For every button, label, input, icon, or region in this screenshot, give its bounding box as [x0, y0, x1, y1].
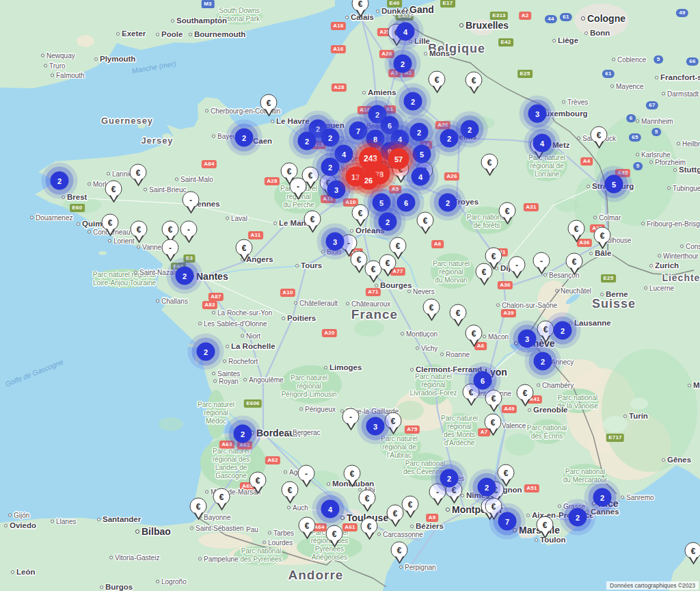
cluster-marker-blue[interactable]: 4 [533, 134, 552, 153]
cluster-marker-blue[interactable]: 4 [412, 168, 430, 186]
price-pin[interactable]: € [481, 154, 498, 171]
dash-pin[interactable]: - [342, 408, 360, 425]
cluster-marker-blue[interactable]: 2 [234, 425, 252, 443]
price-pin[interactable]: € [102, 214, 119, 231]
price-pin[interactable]: € [429, 71, 446, 88]
price-pin[interactable]: € [517, 384, 534, 402]
price-pin[interactable]: € [402, 496, 419, 513]
cluster-marker-blue[interactable]: 2 [394, 55, 412, 73]
price-pin[interactable]: € [685, 542, 700, 560]
cluster-marker-blue[interactable]: 3 [327, 181, 346, 199]
markers-layer: €€€€€€€€€€€€€€€€€€€€€€€€€€€€€€€€€€€€€€€€… [0, 0, 700, 591]
price-pin[interactable]: € [260, 94, 278, 111]
price-pin[interactable]: € [387, 505, 404, 522]
cluster-marker-blue[interactable]: 2 [379, 213, 397, 231]
dash-pin[interactable]: - [533, 252, 550, 270]
price-pin[interactable]: € [236, 239, 253, 257]
cluster-marker-blue[interactable]: 6 [474, 371, 492, 390]
cluster-marker-blue[interactable]: 2 [235, 129, 254, 147]
cluster-marker-blue[interactable]: 2 [478, 478, 496, 497]
cluster-marker-blue[interactable]: 2 [404, 92, 422, 111]
cluster-marker-blue[interactable]: 6 [397, 194, 416, 212]
price-pin[interactable]: € [485, 414, 502, 431]
map-canvas[interactable]: NewquayTruroFalmouthPlymouthExeterSoutha… [0, 0, 700, 591]
cluster-marker-red[interactable]: 57 [388, 148, 409, 170]
price-pin[interactable]: € [423, 299, 440, 316]
cluster-marker-blue[interactable]: 2 [440, 469, 459, 488]
price-pin[interactable]: € [391, 542, 408, 559]
price-pin[interactable]: € [537, 321, 554, 338]
price-pin[interactable]: € [485, 498, 502, 515]
price-pin[interactable]: € [450, 304, 467, 321]
dash-pin[interactable]: - [180, 221, 198, 238]
price-pin[interactable]: € [385, 412, 402, 430]
price-pin[interactable]: € [213, 488, 230, 505]
price-pin[interactable]: € [326, 525, 343, 542]
dash-pin[interactable]: - [509, 257, 526, 274]
cluster-marker-blue[interactable]: 5 [373, 194, 391, 212]
price-pin[interactable]: € [485, 248, 502, 265]
price-pin[interactable]: € [131, 221, 148, 238]
cluster-marker-blue[interactable]: 3 [366, 417, 385, 436]
dash-pin[interactable]: - [290, 178, 307, 195]
cluster-marker-blue[interactable]: 7 [349, 122, 368, 140]
price-pin[interactable]: € [282, 482, 299, 499]
cluster-marker-blue[interactable]: 3 [528, 105, 547, 123]
cluster-marker-blue[interactable]: 2 [534, 352, 552, 371]
price-pin[interactable]: € [162, 221, 179, 238]
price-pin[interactable]: € [390, 237, 407, 254]
price-pin[interactable]: € [485, 390, 502, 407]
cluster-marker-blue[interactable]: 2 [197, 343, 215, 361]
cluster-marker-blue[interactable]: 2 [51, 172, 69, 190]
price-pin[interactable]: € [359, 490, 376, 507]
cluster-marker-blue[interactable]: 5 [413, 145, 431, 163]
price-pin[interactable]: € [498, 464, 515, 482]
cluster-marker-red[interactable]: 26 [359, 170, 379, 190]
cluster-marker-blue[interactable]: 2 [176, 267, 194, 285]
dash-pin[interactable]: - [162, 239, 179, 257]
price-pin[interactable]: € [352, 205, 369, 222]
price-pin[interactable]: € [281, 163, 298, 180]
price-pin[interactable]: € [591, 127, 608, 144]
price-pin[interactable]: € [499, 202, 516, 220]
cluster-marker-blue[interactable]: 2 [554, 321, 572, 340]
dash-pin[interactable]: - [183, 192, 200, 209]
cluster-marker-blue[interactable]: 2 [440, 129, 459, 148]
price-pin[interactable]: € [476, 263, 493, 280]
price-pin[interactable]: € [466, 72, 483, 89]
cluster-marker-blue[interactable]: 3 [326, 233, 345, 251]
price-pin[interactable]: € [568, 220, 585, 237]
cluster-marker-blue[interactable]: 2 [298, 132, 317, 150]
price-pin[interactable]: € [361, 518, 378, 535]
cluster-marker-blue[interactable]: 2 [410, 123, 429, 142]
cluster-marker-blue[interactable]: 4 [396, 23, 415, 41]
price-pin[interactable]: € [566, 253, 583, 270]
price-pin[interactable]: € [130, 164, 147, 181]
price-pin[interactable]: € [304, 211, 321, 228]
cluster-marker-blue[interactable]: 2 [593, 488, 612, 507]
cluster-marker-blue[interactable]: 3 [518, 330, 537, 348]
price-pin[interactable]: € [250, 472, 267, 489]
map-attribution: Données cartographiques ©2023 [606, 581, 699, 590]
cluster-marker-blue[interactable]: 2 [439, 194, 457, 212]
price-pin[interactable]: € [352, 0, 369, 12]
price-pin[interactable]: € [417, 212, 434, 229]
price-pin[interactable]: € [190, 498, 207, 515]
dash-pin[interactable]: - [298, 465, 315, 482]
cluster-marker-blue[interactable]: 4 [321, 500, 340, 518]
cluster-marker-blue[interactable]: 2 [569, 508, 587, 527]
price-pin[interactable]: € [344, 465, 361, 482]
price-pin[interactable]: € [299, 517, 316, 534]
cluster-marker-blue[interactable]: 7 [498, 512, 517, 531]
cluster-marker-blue[interactable]: 2 [321, 129, 340, 147]
cluster-marker-blue[interactable]: 5 [605, 175, 623, 194]
price-pin[interactable]: € [537, 516, 554, 534]
price-pin[interactable]: € [105, 181, 122, 198]
cluster-marker-blue[interactable]: 4 [335, 145, 353, 163]
price-pin[interactable]: € [594, 227, 611, 244]
price-pin[interactable]: € [466, 325, 483, 342]
cluster-marker-blue[interactable]: 2 [321, 158, 340, 176]
cluster-marker-blue[interactable]: 2 [461, 120, 479, 139]
